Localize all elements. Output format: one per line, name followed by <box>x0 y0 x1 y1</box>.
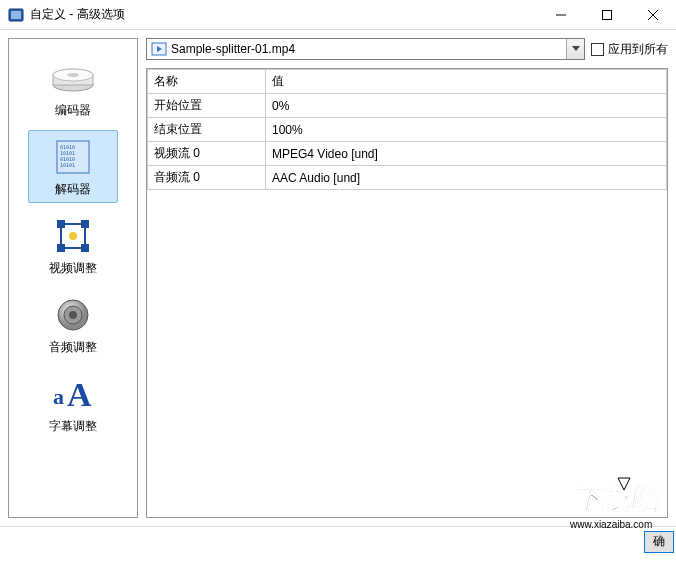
cell-value[interactable]: 100% <box>266 118 667 142</box>
ok-button[interactable]: 确 <box>644 531 674 553</box>
subtitle-adjust-icon: a A <box>49 374 97 414</box>
svg-rect-17 <box>57 220 65 228</box>
chevron-down-icon[interactable] <box>566 39 584 59</box>
svg-point-10 <box>67 73 79 77</box>
svg-rect-20 <box>81 244 89 252</box>
cell-name: 开始位置 <box>148 94 266 118</box>
svg-text:A: A <box>67 376 92 413</box>
footer: 确 <box>0 526 676 556</box>
table-row[interactable]: 视频流 0 MPEG4 Video [und] <box>148 142 667 166</box>
maximize-button[interactable] <box>584 0 630 29</box>
sidebar-item-label: 解码器 <box>31 181 115 198</box>
cell-value[interactable]: 0% <box>266 94 667 118</box>
file-dropdown-selected: Sample-splitter-01.mp4 <box>171 42 566 56</box>
svg-marker-29 <box>572 46 580 51</box>
table-row[interactable]: 结束位置 100% <box>148 118 667 142</box>
sidebar-item-subtitle-adjust[interactable]: a A 字幕调整 <box>28 367 118 440</box>
video-file-icon <box>151 41 167 57</box>
sidebar-item-label: 音频调整 <box>31 339 115 356</box>
file-dropdown[interactable]: Sample-splitter-01.mp4 <box>146 38 585 60</box>
content-area: 编码器 01010 10101 01010 10101 解码器 <box>0 30 676 526</box>
svg-rect-18 <box>81 220 89 228</box>
window-title: 自定义 - 高级选项 <box>30 6 538 23</box>
properties-table: 名称 值 开始位置 0% 结束位置 100% 视频流 0 MPE <box>147 69 667 190</box>
sidebar-item-video-adjust[interactable]: 视频调整 <box>28 209 118 282</box>
close-button[interactable] <box>630 0 676 29</box>
properties-table-wrap: 名称 值 开始位置 0% 结束位置 100% 视频流 0 MPE <box>146 68 668 518</box>
svg-text:a: a <box>53 384 64 409</box>
main-panel: Sample-splitter-01.mp4 应用到所有 名称 值 <box>146 38 668 518</box>
checkbox-box[interactable] <box>591 43 604 56</box>
cell-name: 音频流 0 <box>148 166 266 190</box>
sidebar-item-label: 视频调整 <box>31 260 115 277</box>
sidebar-item-decoder[interactable]: 01010 10101 01010 10101 解码器 <box>28 130 118 203</box>
cell-name: 结束位置 <box>148 118 266 142</box>
table-row[interactable]: 开始位置 0% <box>148 94 667 118</box>
cell-value[interactable]: AAC Audio [und] <box>266 166 667 190</box>
window-controls <box>538 0 676 29</box>
minimize-button[interactable] <box>538 0 584 29</box>
svg-point-21 <box>69 232 77 240</box>
audio-adjust-icon <box>49 295 97 335</box>
table-row[interactable]: 音频流 0 AAC Audio [und] <box>148 166 667 190</box>
file-row: Sample-splitter-01.mp4 应用到所有 <box>146 38 668 60</box>
sidebar-item-encoder[interactable]: 编码器 <box>28 51 118 124</box>
sidebar-item-label: 编码器 <box>31 102 115 119</box>
sidebar-item-label: 字幕调整 <box>31 418 115 435</box>
table-header-name[interactable]: 名称 <box>148 70 266 94</box>
sidebar: 编码器 01010 10101 01010 10101 解码器 <box>8 38 138 518</box>
encoder-icon <box>49 58 97 98</box>
svg-rect-1 <box>11 11 21 19</box>
svg-rect-3 <box>603 10 612 19</box>
titlebar: 自定义 - 高级选项 <box>0 0 676 30</box>
app-icon <box>8 7 24 23</box>
cell-name: 视频流 0 <box>148 142 266 166</box>
apply-all-label: 应用到所有 <box>608 41 668 58</box>
cell-value[interactable]: MPEG4 Video [und] <box>266 142 667 166</box>
svg-point-24 <box>69 311 77 319</box>
video-adjust-icon <box>49 216 97 256</box>
sidebar-item-audio-adjust[interactable]: 音频调整 <box>28 288 118 361</box>
decoder-icon: 01010 10101 01010 10101 <box>49 137 97 177</box>
table-header-value[interactable]: 值 <box>266 70 667 94</box>
svg-text:10101: 10101 <box>60 162 75 168</box>
apply-all-checkbox[interactable]: 应用到所有 <box>591 41 668 58</box>
svg-rect-19 <box>57 244 65 252</box>
